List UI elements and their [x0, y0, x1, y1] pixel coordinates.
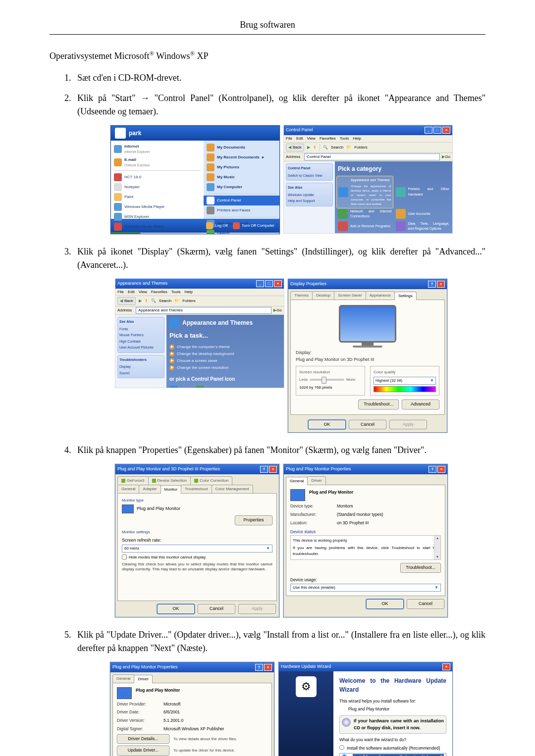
task-screensaver[interactable]: ▶Choose a screen saver — [169, 357, 281, 364]
sm-turnoff[interactable]: Turn Off Computer — [242, 223, 274, 229]
maximize-icon[interactable]: □ — [265, 280, 273, 287]
address-field[interactable]: Appearance and Themes — [136, 307, 271, 314]
sm-search[interactable]: Search — [217, 231, 229, 234]
sm-paint[interactable]: Paint — [124, 194, 133, 200]
color-quality-select[interactable]: Highest (32 bit) ▼ — [374, 377, 436, 385]
menu-help[interactable]: Help — [353, 136, 361, 142]
menu-edit[interactable]: Edit — [296, 136, 303, 142]
tab-general[interactable]: General — [286, 477, 308, 485]
mouse-pointers-link[interactable]: Mouse Pointers — [119, 332, 162, 339]
high-contrast-link[interactable]: High Contrast — [119, 339, 162, 345]
close-icon[interactable]: × — [442, 663, 450, 670]
tab-general[interactable]: General — [117, 485, 139, 493]
ok-button[interactable]: OK — [308, 420, 346, 430]
cancel-button[interactable]: Cancel — [349, 420, 386, 430]
sm-email[interactable]: E-mail — [124, 157, 150, 163]
minimize-icon[interactable]: _ — [425, 127, 432, 134]
search-icon[interactable]: 🔍 — [151, 298, 156, 304]
radio-auto[interactable]: Install the software automatically (Reco… — [339, 745, 446, 752]
tab-troubleshoot[interactable]: Troubleshoot — [181, 485, 212, 493]
address-field[interactable]: Control Panel — [304, 153, 440, 160]
up-icon[interactable]: ⬆ — [145, 298, 148, 304]
ok-button[interactable]: OK — [366, 599, 404, 609]
cat-printers[interactable]: Printers and Other Hardware — [396, 177, 450, 207]
fonts-link[interactable]: Fonts — [119, 326, 162, 333]
tab-settings[interactable]: Settings — [394, 292, 417, 300]
display-icon-item[interactable]: Display — [169, 386, 191, 388]
resolution-slider[interactable] — [310, 379, 344, 381]
radio-list[interactable]: Install from a list or specific location… — [339, 753, 446, 756]
tab-color-correction[interactable]: Color Correction — [190, 476, 232, 485]
tab-desktop[interactable]: Desktop — [312, 291, 334, 300]
help-icon[interactable]: ? — [260, 466, 268, 473]
close-icon[interactable]: × — [274, 280, 282, 287]
sm-hct[interactable]: HCT 18.0 — [124, 174, 141, 180]
back-button[interactable]: ◀Back — [286, 144, 304, 151]
menu-file[interactable]: File — [117, 289, 124, 295]
start-button[interactable]: start — [111, 232, 142, 234]
tab-adapter[interactable]: Adapter — [139, 485, 160, 493]
properties-button[interactable]: Properties — [235, 515, 272, 525]
cancel-button[interactable]: Cancel — [198, 604, 235, 614]
sm-printers[interactable]: Printers and Faxes — [217, 207, 250, 213]
sm-wmp[interactable]: Windows Media Player — [124, 204, 164, 210]
tab-appearance[interactable]: Appearance — [366, 291, 395, 300]
menu-tools[interactable]: Tools — [171, 289, 181, 295]
sm-msn[interactable]: MSN Explorer — [124, 214, 149, 220]
back-button[interactable]: ◀Back — [117, 297, 136, 305]
display-trouble-link[interactable]: Display — [119, 364, 162, 370]
maximize-icon[interactable]: □ — [433, 127, 441, 134]
apply-button[interactable]: Apply — [389, 420, 427, 430]
forward-arrow-icon[interactable]: ▶ — [139, 298, 142, 304]
tab-screensaver[interactable]: Screen Saver — [334, 291, 366, 300]
advanced-button[interactable]: Advanced — [402, 400, 439, 409]
close-icon[interactable]: × — [437, 281, 445, 288]
up-icon[interactable]: ⬆ — [313, 145, 317, 151]
apply-button[interactable]: Apply — [238, 604, 276, 614]
cat-addremove[interactable]: Add or Remove Programs — [338, 221, 392, 232]
menu-favorites[interactable]: Favorites — [320, 136, 336, 142]
close-icon[interactable]: × — [264, 664, 272, 671]
cat-appearance[interactable]: Appearance and ThemesChange the appearan… — [336, 176, 393, 208]
sm-music[interactable]: My Music — [217, 174, 235, 180]
tab-geforce3[interactable]: GeForce3 — [117, 476, 149, 485]
tab-color-management[interactable]: Color Management — [212, 485, 253, 493]
close-icon[interactable]: × — [442, 127, 450, 134]
at-menubar[interactable]: File Edit View Favorites Tools Help — [115, 289, 284, 296]
task-resolution[interactable]: ▶Change the screen resolution — [169, 364, 281, 371]
sm-logoff[interactable]: Log Off — [215, 223, 228, 229]
account-pictures-link[interactable]: User Account Pictures — [119, 345, 162, 351]
menu-view[interactable]: View — [139, 289, 147, 295]
cat-network[interactable]: Network and Internet Connections — [338, 209, 392, 219]
close-icon[interactable]: × — [437, 466, 445, 473]
taskbar-icon-item[interactable]: Taskbar and Start Menu — [196, 386, 242, 388]
menu-help[interactable]: Help — [184, 289, 192, 295]
ok-button[interactable]: OK — [157, 604, 195, 614]
refresh-rate-select[interactable]: 60 Hertz ▼ — [122, 545, 272, 553]
menu-tools[interactable]: Tools — [340, 136, 349, 142]
cat-datetime[interactable]: Date, Time, Language, and Regional Optio… — [396, 221, 450, 232]
cat-users[interactable]: User Accounts — [396, 209, 450, 219]
task-background[interactable]: ▶Change the desktop background — [169, 351, 281, 357]
tab-device-selection[interactable]: Device Selection — [148, 476, 191, 485]
cancel-button[interactable]: Cancel — [407, 599, 444, 609]
tab-driver[interactable]: Driver — [134, 675, 152, 683]
sm-notepad[interactable]: Notepad — [124, 184, 139, 190]
task-theme[interactable]: ▶Change the computer's theme — [169, 344, 281, 351]
minimize-icon[interactable]: _ — [256, 280, 264, 287]
cp-menubar[interactable]: File Edit View Favorites Tools Help — [284, 135, 452, 142]
tab-monitor[interactable]: Monitor — [160, 485, 182, 494]
driver-details-button[interactable]: Driver Details... — [117, 734, 169, 744]
help-icon[interactable]: ? — [428, 281, 436, 288]
help-support-link[interactable]: Help and Support — [288, 198, 331, 204]
sm-wmm[interactable]: Windows Movie Maker — [124, 224, 164, 230]
tab-general[interactable]: General — [112, 674, 134, 683]
windows-update-link[interactable]: Windows Update — [288, 192, 331, 199]
sm-internet[interactable]: Internet — [124, 144, 150, 150]
folders-icon[interactable]: 📁 — [346, 145, 351, 151]
scroll-down-icon[interactable]: ▼ — [436, 554, 439, 560]
tab-driver[interactable]: Driver — [307, 476, 325, 485]
switch-classic-link[interactable]: Switch to Classic View — [288, 173, 331, 179]
sm-recent[interactable]: My Recent Documents — [217, 154, 260, 160]
sound-trouble-link[interactable]: Sound — [119, 370, 162, 377]
